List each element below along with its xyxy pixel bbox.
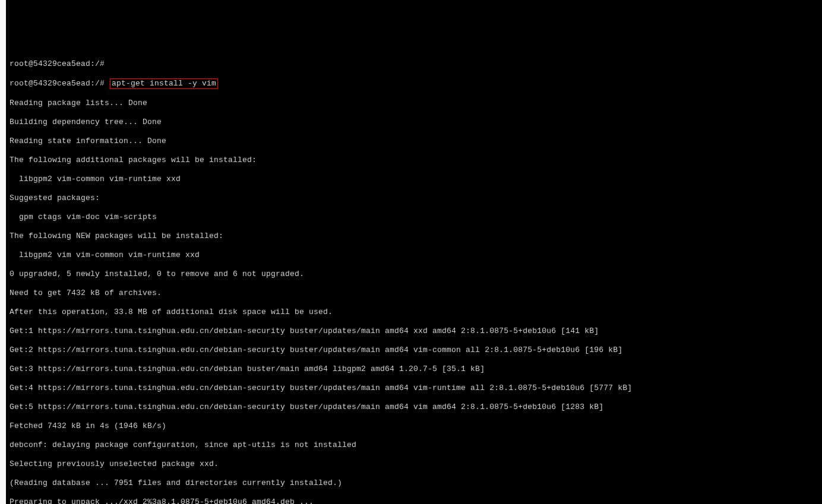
terminal-line: Get:5 https://mirrors.tuna.tsinghua.edu.… xyxy=(10,402,822,412)
terminal-line: debconf: delaying package configuration,… xyxy=(10,440,822,450)
terminal-line: (Reading database ... 7951 files and dir… xyxy=(10,478,822,488)
terminal-line: Get:1 https://mirrors.tuna.tsinghua.edu.… xyxy=(10,327,822,336)
terminal-line: libgpm2 vim vim-common vim-runtime xxd xyxy=(10,251,822,260)
command-highlight: apt-get install -y vim xyxy=(110,78,218,89)
terminal-line: libgpm2 vim-common vim-runtime xxd xyxy=(10,175,822,184)
terminal-line: Reading state information... Done xyxy=(10,137,822,146)
terminal-line: Fetched 7432 kB in 4s (1946 kB/s) xyxy=(10,421,822,431)
terminal-line: Get:4 https://mirrors.tuna.tsinghua.edu.… xyxy=(10,383,822,393)
terminal-line: After this operation, 33.8 MB of additio… xyxy=(10,308,822,317)
terminal-command-line: root@54329cea5ead:/# apt-get install -y … xyxy=(10,78,822,89)
terminal-line: 0 upgraded, 5 newly installed, 0 to remo… xyxy=(10,270,822,279)
terminal-line: The following additional packages will b… xyxy=(10,156,822,165)
terminal-line: Preparing to unpack .../xxd_2%3a8.1.0875… xyxy=(10,497,822,504)
terminal-line: Building dependency tree... Done xyxy=(10,118,822,127)
terminal-line: Reading package lists... Done xyxy=(10,99,822,108)
terminal-line: Suggested packages: xyxy=(10,194,822,203)
terminal-line: gpm ctags vim-doc vim-scripts xyxy=(10,213,822,222)
terminal-line: Get:2 https://mirrors.tuna.tsinghua.edu.… xyxy=(10,345,822,355)
terminal-prompt: root@54329cea5ead:/# xyxy=(10,79,109,88)
left-margin-bar xyxy=(0,0,6,504)
terminal-line: Get:3 https://mirrors.tuna.tsinghua.edu.… xyxy=(10,364,822,374)
terminal-line: The following NEW packages will be insta… xyxy=(10,232,822,241)
terminal-output[interactable]: root@54329cea5ead:/# root@54329cea5ead:/… xyxy=(10,50,822,504)
terminal-line: Need to get 7432 kB of archives. xyxy=(10,289,822,298)
terminal-line: Selecting previously unselected package … xyxy=(10,459,822,469)
terminal-prompt-line: root@54329cea5ead:/# xyxy=(10,59,822,69)
